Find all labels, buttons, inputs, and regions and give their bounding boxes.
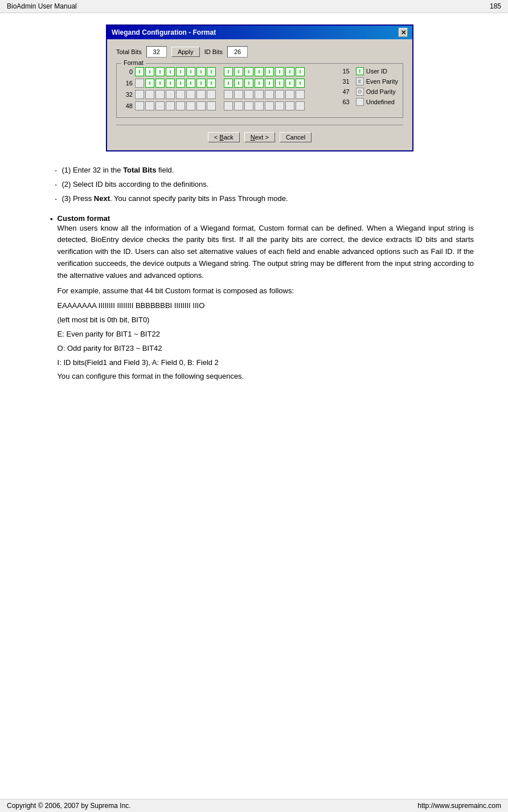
bit-cell[interactable] [234, 101, 243, 110]
page-header: BioAdmin User Manual 185 [0, 0, 508, 13]
bit-cell[interactable]: I [186, 67, 195, 76]
bit-cell[interactable] [275, 101, 284, 110]
bit-cell[interactable]: I [224, 67, 233, 76]
row-label-16: 16 [121, 80, 133, 87]
dialog-title: Wiegand Configuration - Format [112, 28, 216, 36]
bit-cell[interactable]: I [135, 67, 144, 76]
bit-cell[interactable]: I [285, 67, 294, 76]
bold-total-bits: Total Bits [123, 166, 156, 174]
bit-cell[interactable] [285, 90, 294, 99]
row16-cells-right: I I I I I I I I [224, 79, 305, 88]
bit-cell[interactable]: I [155, 79, 165, 88]
bit-cell[interactable] [275, 90, 284, 99]
legend-label-47: 47 [342, 88, 349, 95]
id-bits-input[interactable] [227, 46, 248, 58]
bit-cell[interactable] [244, 90, 253, 99]
row48-cells-left [135, 101, 216, 110]
bit-cell[interactable] [176, 101, 185, 110]
row32-cells-left [135, 90, 216, 99]
bit-cell[interactable]: I [244, 79, 253, 88]
bit-cell[interactable]: I [255, 79, 264, 88]
bit-cell[interactable]: I [176, 67, 185, 76]
legend-label-15: 15 [342, 68, 349, 75]
bullet-text-1: (1) Enter 32 in the Total Bits field. [62, 165, 174, 175]
bit-row-spacer [218, 67, 222, 76]
bit-cell[interactable]: I [196, 79, 206, 88]
dialog-container: Wiegand Configuration - Format ✕ Total B… [46, 24, 474, 151]
bit-cell[interactable] [145, 101, 154, 110]
apply-button[interactable]: Apply [171, 47, 200, 57]
bit-cell[interactable] [207, 101, 216, 110]
main-content: Wiegand Configuration - Format ✕ Total B… [0, 13, 508, 402]
dialog-body: Total Bits Apply ID Bits Format 0 [107, 39, 412, 150]
bit-cell[interactable] [155, 90, 165, 99]
bit-cell[interactable]: I [255, 67, 264, 76]
legend-undefined: Undefined [366, 99, 395, 105]
bit-cell[interactable] [186, 101, 195, 110]
bit-cell[interactable]: I [207, 67, 216, 76]
bit-cell[interactable]: I [244, 67, 253, 76]
para-1: When users know all the information of a… [58, 223, 474, 282]
bit-cell[interactable] [265, 90, 274, 99]
bit-cell[interactable]: I [224, 79, 233, 88]
bit-cell[interactable]: I [186, 79, 195, 88]
bold-next: Next [94, 194, 110, 203]
next-button[interactable]: Next > [244, 132, 275, 142]
bit-cell[interactable] [166, 101, 175, 110]
bit-cell[interactable]: I [275, 79, 284, 88]
bit-cell[interactable] [255, 101, 264, 110]
bit-cell[interactable]: I [265, 79, 274, 88]
bit-cell[interactable]: I [234, 79, 243, 88]
bit-cell[interactable]: I [265, 67, 274, 76]
bit-cell[interactable]: I [145, 67, 154, 76]
bit-cell[interactable] [135, 79, 144, 88]
bit-cell[interactable]: I [207, 79, 216, 88]
bit-cell[interactable] [196, 101, 206, 110]
bullet-item-1: · (1) Enter 32 in the Total Bits field. [46, 165, 474, 176]
bit-cell[interactable]: I [176, 79, 185, 88]
bit-cell[interactable]: I [196, 67, 206, 76]
bit-row-48: 48 [121, 101, 338, 110]
bit-cell[interactable] [155, 101, 165, 110]
bit-cell[interactable]: I [166, 67, 175, 76]
bit-cell[interactable]: I [234, 67, 243, 76]
bit-cell[interactable]: I [285, 79, 294, 88]
bit-cell[interactable]: I [296, 79, 305, 88]
dialog-titlebar: Wiegand Configuration - Format ✕ [107, 26, 412, 39]
bit-cell[interactable] [176, 90, 185, 99]
bit-cell[interactable] [224, 90, 233, 99]
legend-user-id: User ID [366, 68, 387, 75]
bit-cell[interactable] [186, 90, 195, 99]
total-bits-input[interactable] [146, 46, 167, 58]
bit-row-16: 16 I I I I I I I [121, 79, 338, 88]
section-paragraphs: When users know all the information of a… [58, 223, 474, 383]
bit-cell[interactable]: I [145, 79, 154, 88]
bullet-item-2: · (2) Select ID bits according to the de… [46, 179, 474, 190]
bullet-dot-2: · [55, 179, 57, 190]
bit-cell[interactable] [166, 90, 175, 99]
bit-cell[interactable]: I [296, 67, 305, 76]
bit-cell[interactable]: I [155, 67, 165, 76]
dialog-close-button[interactable]: ✕ [399, 28, 408, 37]
bit-cell[interactable] [244, 101, 253, 110]
bit-cell[interactable] [196, 90, 206, 99]
bit-cell[interactable] [296, 90, 305, 99]
row48-cells-right [224, 101, 305, 110]
bit-cell[interactable] [285, 101, 294, 110]
bit-cell[interactable]: I [166, 79, 175, 88]
bit-cell[interactable] [224, 101, 233, 110]
back-button[interactable]: < Back [208, 132, 240, 142]
wiegand-dialog: Wiegand Configuration - Format ✕ Total B… [106, 24, 413, 151]
bit-cell[interactable] [255, 90, 264, 99]
bit-cell[interactable] [145, 90, 154, 99]
format-group: Format 0 I I I I I [116, 63, 403, 118]
bit-row-spacer [218, 101, 222, 110]
cancel-button[interactable]: Cancel [280, 132, 312, 142]
bit-cell[interactable]: I [275, 67, 284, 76]
bit-cell[interactable] [296, 101, 305, 110]
bit-cell[interactable] [135, 101, 144, 110]
bit-cell[interactable] [135, 90, 144, 99]
bit-cell[interactable] [234, 90, 243, 99]
bit-cell[interactable] [207, 90, 216, 99]
bit-cell[interactable] [265, 101, 274, 110]
